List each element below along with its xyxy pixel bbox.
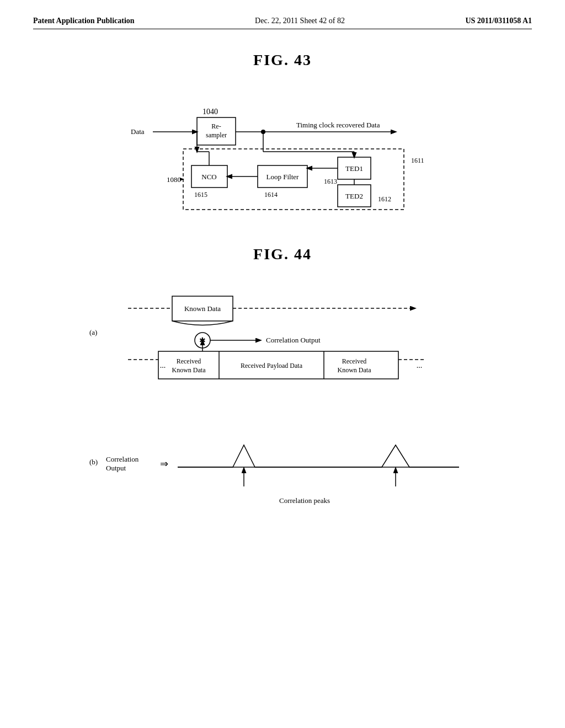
correlation-output-b-line2: Output <box>106 464 126 472</box>
first-peak <box>178 445 321 467</box>
num-1612: 1612 <box>378 195 391 203</box>
publication-title: Patent Application Publication <box>33 17 135 25</box>
ted2-label: TED2 <box>345 192 363 200</box>
patent-number: US 2011/0311058 A1 <box>465 17 532 25</box>
data-label: Data <box>131 127 145 136</box>
fig43-title: FIG. 43 <box>33 51 532 69</box>
resampler-label2: sampler <box>206 131 227 139</box>
num-1613: 1613 <box>324 178 337 185</box>
resampler-num-label: 1040 <box>202 108 218 116</box>
dots-right: ... <box>417 361 423 370</box>
nco-label: NCO <box>201 173 216 181</box>
label-a: (a) <box>89 328 97 336</box>
page: Patent Application Publication Dec. 22, … <box>0 0 565 728</box>
label-b: (b) <box>89 458 98 466</box>
page-header: Patent Application Publication Dec. 22, … <box>33 17 532 29</box>
dots-left: ... <box>160 361 166 370</box>
known-data-label: Known Data <box>184 304 221 313</box>
second-peak <box>321 445 459 467</box>
num-1615: 1615 <box>194 191 207 199</box>
received-payload-data-label: Received Payload Data <box>241 362 303 370</box>
correlation-output-b-line1: Correlation <box>106 455 139 463</box>
fig44b-container: (b) Correlation Output ⇒ Correlation pea… <box>33 423 532 528</box>
received-known-data-1-line2: Known Data <box>172 366 206 374</box>
fig43-diagram: 1040 Re- sampler Data Timing clock recov… <box>76 85 489 218</box>
fig44-title: FIG. 44 <box>33 245 532 263</box>
loop-filter-label: Loop Filter <box>266 173 300 181</box>
fig44b-diagram: (b) Correlation Output ⇒ Correlation pea… <box>73 423 492 528</box>
fig44a-diagram: (a) Known Data ✱ Correlation Output <box>73 280 492 401</box>
resampler-label: Re- <box>211 122 221 130</box>
fig43-container: 1040 Re- sampler Data Timing clock recov… <box>33 85 532 218</box>
timing-clock-label: Timing clock recovered Data <box>296 121 380 129</box>
num-1080: 1080 <box>167 175 181 184</box>
publication-date-sheet: Dec. 22, 2011 Sheet 42 of 82 <box>255 17 345 25</box>
num-1611: 1611 <box>411 157 424 164</box>
ted1-label: TED1 <box>345 164 363 173</box>
correlation-output-label: Correlation Output <box>266 336 321 344</box>
received-known-data-1-line1: Received <box>177 357 201 365</box>
correlation-peaks-label: Correlation peaks <box>279 496 330 505</box>
fig44a-container: (a) Known Data ✱ Correlation Output <box>33 280 532 401</box>
brace-under-known-data <box>172 321 233 325</box>
received-known-data-2-line2: Known Data <box>338 366 372 374</box>
received-known-data-2-line1: Received <box>342 357 367 365</box>
num-1614: 1614 <box>264 191 278 199</box>
double-arrow: ⇒ <box>160 458 168 469</box>
